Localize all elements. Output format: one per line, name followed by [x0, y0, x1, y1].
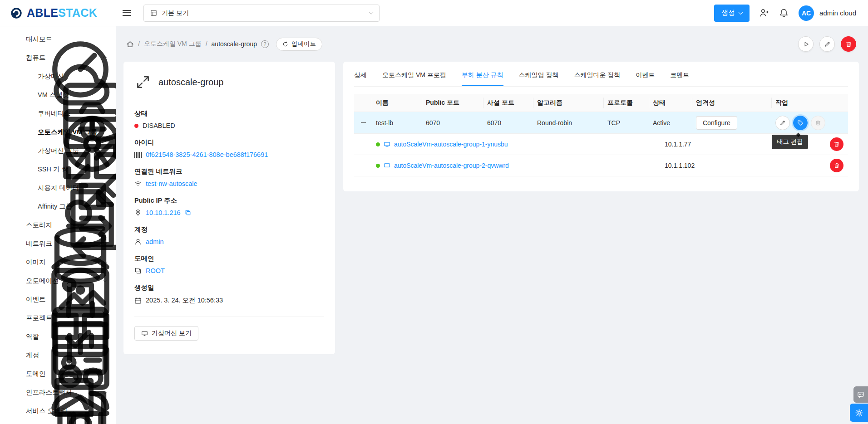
rule-name: test-lb	[372, 119, 422, 127]
tab-load-balancing-rules[interactable]: 부하 분산 규칙	[462, 64, 503, 86]
edit-rule-button[interactable]	[775, 116, 790, 130]
schedule-icon	[12, 296, 20, 303]
notifications-bell-icon[interactable]	[779, 8, 789, 18]
breadcrumb-parent[interactable]: 오토스케일 VM 그룹	[144, 40, 202, 48]
camera-icon	[24, 91, 32, 99]
remove-vm-button[interactable]	[830, 159, 843, 172]
user-name[interactable]: admin cloud	[819, 9, 856, 17]
view-select-value: 기본 보기	[162, 9, 189, 17]
autoscale-icon	[24, 128, 32, 136]
column-header: 엄격성	[692, 94, 772, 112]
pin-icon	[134, 209, 142, 216]
user-switch-icon[interactable]	[760, 8, 769, 18]
swap-icon	[24, 203, 32, 210]
field-domain: 도메인 ROOT	[134, 254, 324, 274]
sidebar-collapse-icon[interactable]	[123, 10, 131, 16]
column-header: 상태	[649, 94, 692, 112]
feedback-chat-button[interactable]	[853, 386, 868, 403]
chat-icon	[857, 391, 864, 398]
play-icon	[803, 41, 809, 48]
barcode-icon	[134, 152, 142, 158]
status-dot-red	[134, 124, 138, 128]
home-icon[interactable]	[126, 40, 134, 48]
resource-id-link[interactable]: 0f621548-3825-4261-808e-be688f176691	[146, 151, 268, 158]
breadcrumb-current: autoscale-group	[212, 40, 257, 48]
vm-ip: 10.1.1.102	[649, 162, 772, 169]
bank-icon	[12, 389, 20, 396]
collapse-row-icon[interactable]	[361, 122, 366, 123]
public-ip-link[interactable]: 10.10.1.216	[146, 209, 181, 216]
column-header: 사설 포트	[483, 94, 533, 112]
ablestack-logo: ABLESTACK	[0, 6, 116, 19]
tab-scale-up-policy[interactable]: 스케일업 정책	[519, 64, 559, 86]
column-header: Public 포트	[422, 94, 483, 112]
account-link[interactable]: admin	[146, 238, 164, 245]
update-button[interactable]: 업데이트	[276, 38, 322, 51]
reload-icon	[282, 41, 288, 47]
tab-events[interactable]: 이벤트	[636, 64, 655, 86]
autoscale-icon	[135, 74, 151, 90]
tab-bar: 상세 오토스케일 VM 프로필 부하 분산 규칙 스케일업 정책 스케일다운 정…	[354, 64, 848, 87]
rule-public-port: 6070	[422, 119, 483, 127]
gear-icon	[855, 409, 863, 417]
settings-button[interactable]	[850, 404, 868, 422]
rule-algorithm: Round-robin	[533, 119, 604, 127]
rule-protocol: TCP	[604, 119, 649, 127]
vm-group-icon	[24, 147, 32, 155]
create-button[interactable]: 생성	[714, 5, 750, 22]
idcard-icon	[12, 333, 20, 341]
team-icon	[12, 351, 20, 359]
column-header: 이름	[372, 94, 422, 112]
block-icon	[134, 267, 142, 274]
pencil-icon	[779, 120, 786, 126]
table-header-row: 이름 Public 포트 사설 포트 알고리즘 프로토콜 상태 엄격성 작업	[354, 94, 848, 112]
view-select[interactable]: 기본 보기	[143, 5, 380, 22]
key-icon	[24, 166, 32, 173]
tab-details[interactable]: 상세	[354, 64, 367, 86]
copy-icon[interactable]	[185, 210, 191, 216]
pencil-icon	[824, 41, 831, 48]
shopping-icon	[12, 407, 20, 415]
tab-autoscale-vm-profile[interactable]: 오토스케일 VM 프로필	[382, 64, 446, 86]
logo-text: ABLESTACK	[27, 6, 97, 19]
edit-tags-button[interactable]	[793, 116, 808, 130]
tab-comments[interactable]: 코멘트	[670, 64, 689, 86]
column-header: 작업	[772, 94, 848, 112]
column-header: 프로토콜	[604, 94, 649, 112]
top-bar: ABLESTACK 기본 보기 생성 AC admin cloud	[0, 0, 868, 26]
domain-link[interactable]: ROOT	[146, 267, 165, 274]
sidebar-item-dashboard[interactable]: 대시보드	[0, 30, 116, 49]
created-value: 2025. 3. 24. 오전 10:56:33	[146, 296, 223, 305]
page-header: 오토스케일 VM 그룹 autoscale-group 업데이트	[126, 36, 856, 52]
block-icon	[12, 370, 20, 378]
field-account: 계정 admin	[134, 225, 324, 245]
rule-state: Active	[649, 119, 692, 127]
delete-autoscale-button[interactable]	[841, 36, 856, 52]
edit-autoscale-button[interactable]	[819, 36, 835, 52]
view-vms-button[interactable]: 가상머신 보기	[134, 326, 198, 341]
breadcrumb-separator	[206, 40, 207, 48]
configure-button[interactable]: Configure	[696, 116, 737, 130]
delete-rule-button	[811, 116, 825, 130]
vm-ip: 10.1.1.77	[649, 141, 772, 148]
enable-autoscale-button[interactable]	[798, 36, 814, 52]
desktop-icon	[24, 73, 32, 80]
detail-card: autoscale-group 상태 DISABLED 아이디 0f621548…	[123, 62, 335, 354]
vm-link[interactable]: autoScaleVm-autoscale-group-1-ynusbu	[394, 141, 508, 148]
chevron-down-icon	[739, 10, 743, 15]
network-link[interactable]: test-nw-autoscale	[146, 180, 197, 187]
sidebar: 대시보드 컴퓨트 가상머신 VM 스냅샷 쿠버네티스 오토스케일 VM 그룹 가…	[0, 26, 116, 424]
remove-vm-button[interactable]	[830, 137, 843, 151]
rule-private-port: 6070	[483, 119, 533, 127]
help-icon[interactable]	[261, 40, 269, 48]
row-actions: 태그 편집	[772, 116, 848, 130]
vm-link[interactable]: autoScaleVm-autoscale-group-2-qvwwrd	[394, 162, 509, 169]
status-dot-green	[376, 142, 380, 146]
tab-scale-down-policy[interactable]: 스케일다운 정책	[574, 64, 620, 86]
column-header: 알고리즘	[533, 94, 604, 112]
user-icon	[134, 238, 142, 245]
view-icon	[150, 10, 157, 16]
database-icon	[12, 221, 20, 229]
status-value: DISABLED	[143, 122, 175, 129]
avatar[interactable]: AC	[799, 5, 814, 21]
